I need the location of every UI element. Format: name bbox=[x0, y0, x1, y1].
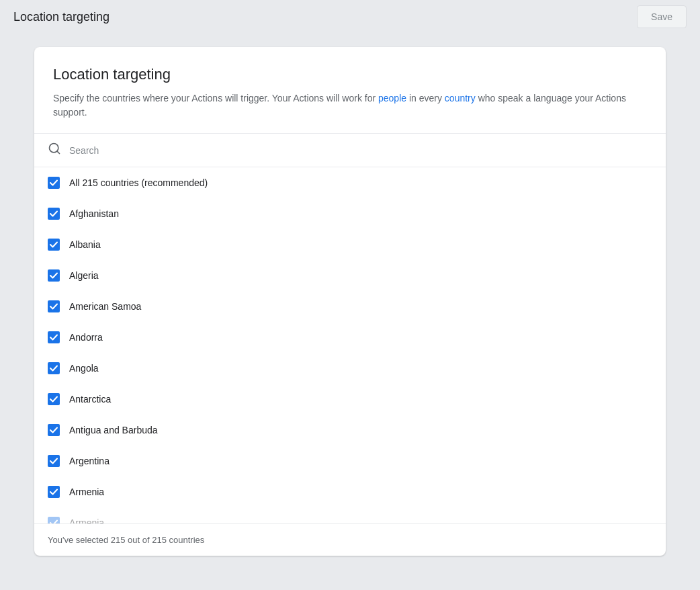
card-footer: You've selected 215 out of 215 countries bbox=[34, 523, 666, 556]
svg-line-1 bbox=[57, 151, 60, 154]
list-item[interactable]: Afghanistan bbox=[34, 198, 666, 229]
country-name: Angola bbox=[69, 363, 99, 374]
list-item[interactable]: Antarctica bbox=[34, 384, 666, 415]
checkbox[interactable] bbox=[48, 208, 60, 220]
country-name: Antigua and Barbuda bbox=[69, 425, 158, 435]
country-name: Andorra bbox=[69, 332, 103, 343]
checkbox[interactable] bbox=[48, 517, 60, 523]
checkbox[interactable] bbox=[48, 177, 60, 189]
card-description: Specify the countries where your Actions… bbox=[53, 91, 647, 120]
list-item[interactable]: Angola bbox=[34, 353, 666, 384]
country-list[interactable]: All 215 countries (recommended) Afghanis… bbox=[34, 167, 666, 523]
country-name: Antarctica bbox=[69, 394, 111, 405]
list-item[interactable]: Armenia bbox=[34, 476, 666, 507]
search-bar bbox=[34, 134, 666, 167]
search-input[interactable] bbox=[69, 145, 652, 156]
checkbox[interactable] bbox=[48, 424, 60, 436]
country-name: Algeria bbox=[69, 270, 99, 281]
list-item[interactable]: American Samoa bbox=[34, 291, 666, 322]
country-name: Argentina bbox=[69, 456, 110, 466]
checkbox[interactable] bbox=[48, 455, 60, 467]
checkbox[interactable] bbox=[48, 300, 60, 312]
list-item[interactable]: All 215 countries (recommended) bbox=[34, 167, 666, 198]
checkbox[interactable] bbox=[48, 393, 60, 405]
list-item[interactable]: Albania bbox=[34, 229, 666, 260]
people-link[interactable]: people bbox=[378, 93, 406, 103]
card-title: Location targeting bbox=[53, 66, 647, 83]
country-name: American Samoa bbox=[69, 301, 141, 312]
selection-count: You've selected 215 out of 215 countries bbox=[48, 535, 204, 545]
country-name: Armenia bbox=[69, 517, 104, 523]
country-name: Albania bbox=[69, 239, 101, 250]
country-name: All 215 countries (recommended) bbox=[69, 177, 208, 188]
checkbox[interactable] bbox=[48, 331, 60, 343]
top-bar: Location targeting Save bbox=[0, 0, 700, 34]
checkbox[interactable] bbox=[48, 269, 60, 282]
country-name: Armenia bbox=[69, 487, 104, 497]
card-header: Location targeting Specify the countries… bbox=[34, 47, 666, 134]
list-item[interactable]: Armenia bbox=[34, 507, 666, 523]
checkbox[interactable] bbox=[48, 362, 60, 374]
country-name: Afghanistan bbox=[69, 208, 119, 219]
list-item[interactable]: Andorra bbox=[34, 322, 666, 353]
list-item[interactable]: Argentina bbox=[34, 446, 666, 476]
page-container: Location targeting Specify the countries… bbox=[0, 34, 700, 569]
save-button[interactable]: Save bbox=[637, 5, 687, 28]
country-link[interactable]: country bbox=[445, 93, 476, 103]
location-targeting-card: Location targeting Specify the countries… bbox=[34, 47, 666, 556]
checkbox[interactable] bbox=[48, 239, 60, 251]
top-bar-title: Location targeting bbox=[13, 10, 110, 24]
search-icon bbox=[48, 142, 61, 159]
checkbox[interactable] bbox=[48, 486, 60, 498]
list-item[interactable]: Algeria bbox=[34, 260, 666, 291]
list-item[interactable]: Antigua and Barbuda bbox=[34, 415, 666, 446]
